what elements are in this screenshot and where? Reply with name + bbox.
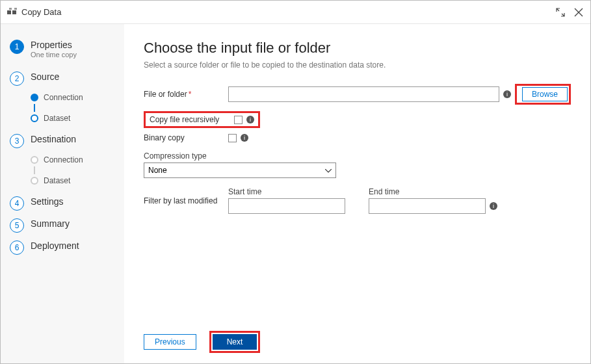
step-label: Destination (31, 134, 76, 144)
compression-label: Compression type (144, 151, 571, 161)
recursive-row-wrapper: Copy file recursively i (144, 111, 571, 128)
step-badge: 3 (10, 134, 24, 148)
step-settings[interactable]: 4 Settings (1, 192, 124, 214)
substep-dot-icon (31, 94, 38, 101)
copy-data-icon (7, 8, 18, 17)
compression-group: Compression type None (144, 151, 571, 178)
end-time-input[interactable] (369, 198, 486, 214)
info-icon[interactable]: i (241, 134, 248, 142)
info-icon[interactable]: i (490, 202, 497, 210)
step-badge: 5 (10, 218, 24, 233)
step-label: Properties (31, 40, 77, 50)
substep-connection[interactable]: Connection (27, 91, 124, 104)
binary-checkbox[interactable] (228, 134, 237, 142)
substep-dataset[interactable]: Dataset (27, 174, 124, 187)
step-badge: 1 (10, 40, 24, 54)
previous-button[interactable]: Previous (144, 334, 196, 350)
step-label: Deployment (31, 240, 79, 251)
browse-button[interactable]: Browse (522, 87, 568, 101)
chevron-down-icon (325, 166, 332, 175)
file-folder-input[interactable] (228, 86, 499, 102)
start-time-group: Start time (228, 187, 345, 214)
substep-label: Connection (44, 93, 83, 102)
main-panel: Choose the input file or folder Select a… (124, 24, 590, 363)
page-title: Choose the input file or folder (144, 40, 571, 57)
file-folder-label: File or folder* (144, 90, 228, 99)
info-icon[interactable]: i (246, 116, 254, 124)
connector-line (34, 104, 35, 112)
step-destination[interactable]: 3 Destination (1, 130, 124, 152)
source-substeps: Connection Dataset (27, 91, 124, 125)
substep-dataset[interactable]: Dataset (27, 112, 124, 125)
expand-icon[interactable] (555, 7, 566, 18)
connector-line (34, 166, 35, 174)
next-button[interactable]: Next (213, 334, 257, 350)
substep-label: Connection (44, 155, 83, 164)
svg-rect-1 (12, 10, 16, 14)
filter-label: Filter by last modified (144, 196, 228, 205)
compression-select[interactable]: None (144, 162, 336, 178)
substep-dot-icon (31, 114, 38, 122)
file-folder-row: File or folder* i Browse (144, 84, 571, 105)
step-properties[interactable]: 1 Properties One time copy (1, 36, 124, 62)
footer: Previous Next (144, 324, 571, 353)
svg-rect-3 (14, 8, 17, 10)
page-subtitle: Select a source folder or file to be cop… (144, 60, 571, 70)
window-title: Copy Data (21, 7, 547, 17)
recursive-label: Copy file recursively (150, 115, 234, 124)
end-time-group: End time i (369, 187, 497, 214)
dest-substeps: Connection Dataset (27, 153, 124, 187)
binary-row: Binary copy i (144, 133, 571, 142)
step-badge: 4 (10, 196, 24, 211)
step-badge: 2 (10, 72, 24, 86)
filter-row: Filter by last modified Start time End t… (144, 187, 571, 214)
browse-highlight: Browse (515, 84, 571, 105)
step-label: Summary (31, 218, 70, 229)
substep-connection[interactable]: Connection (27, 153, 124, 166)
step-deployment[interactable]: 6 Deployment (1, 237, 124, 259)
titlebar: Copy Data (1, 1, 590, 24)
info-icon[interactable]: i (503, 90, 511, 98)
start-time-label: Start time (228, 187, 345, 196)
wizard-sidebar: 1 Properties One time copy 2 Source Conn… (1, 24, 124, 363)
end-time-label: End time (369, 187, 497, 196)
substep-dot-icon (31, 156, 38, 164)
start-time-input[interactable] (228, 198, 345, 214)
close-icon[interactable] (573, 7, 584, 18)
step-label: Settings (31, 196, 64, 207)
recursive-checkbox[interactable] (234, 116, 243, 124)
step-sublabel: One time copy (31, 51, 77, 58)
step-label: Source (31, 72, 59, 82)
substep-label: Dataset (44, 114, 70, 123)
step-source[interactable]: 2 Source (1, 68, 124, 90)
substep-dot-icon (31, 177, 38, 185)
svg-rect-2 (9, 8, 12, 10)
recursive-highlight: Copy file recursively i (144, 111, 260, 128)
step-badge: 6 (10, 240, 24, 255)
step-summary[interactable]: 5 Summary (1, 214, 124, 237)
svg-rect-0 (7, 10, 11, 14)
compression-value: None (148, 166, 167, 175)
dialog-body: 1 Properties One time copy 2 Source Conn… (1, 24, 590, 363)
binary-label: Binary copy (144, 133, 228, 142)
next-highlight: Next (209, 331, 261, 353)
substep-label: Dataset (44, 176, 70, 185)
